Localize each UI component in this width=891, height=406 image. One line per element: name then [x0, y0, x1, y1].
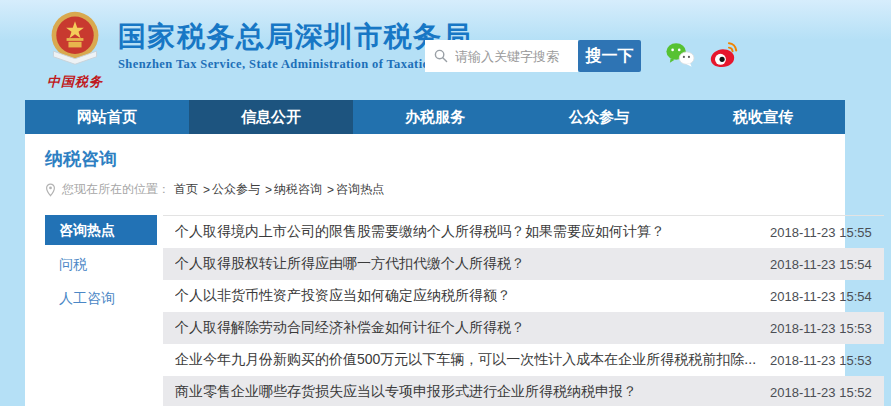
- page-title: 纳税咨询: [45, 147, 845, 171]
- search-input-wrap: [425, 40, 578, 72]
- list-item[interactable]: 个人取得境内上市公司的限售股需要缴纳个人所得税吗？如果需要应如何计算？ 2018…: [163, 216, 884, 248]
- site-title: 国家税务总局深圳市税务局: [118, 21, 472, 53]
- list-item[interactable]: 企业今年九月份新购买的价值500万元以下车辆，可以一次性计入成本在企业所得税税前…: [163, 344, 884, 376]
- breadcrumb-separator: >: [203, 183, 210, 197]
- breadcrumb-public-participation[interactable]: 公众参与: [212, 181, 260, 198]
- item-date: 2018-11-23 15:55: [770, 225, 872, 240]
- item-date: 2018-11-23 15:53: [770, 321, 872, 336]
- sidebar-item-hot-topics[interactable]: 咨询热点: [45, 215, 157, 245]
- breadcrumb-prefix: 您现在所在的位置：: [62, 181, 170, 198]
- search-icon: [434, 49, 448, 67]
- content-columns: 咨询热点 问税 人工咨询 个人取得境内上市公司的限售股需要缴纳个人所得税吗？如果…: [45, 215, 845, 406]
- social-links: [664, 40, 739, 73]
- breadcrumb-tax-consult[interactable]: 纳税咨询: [274, 181, 322, 198]
- list-item[interactable]: 个人取得股权转让所得应由哪一方代扣代缴个人所得税？ 2018-11-23 15:…: [163, 248, 884, 280]
- weibo-icon[interactable]: [706, 40, 739, 73]
- list-item[interactable]: 商业零售企业哪些存货损失应当以专项申报形式进行企业所得税纳税申报？ 2018-1…: [163, 376, 884, 406]
- question-link[interactable]: 个人取得解除劳动合同经济补偿金如何计征个人所得税？: [175, 319, 756, 337]
- breadcrumb-separator: >: [327, 183, 334, 197]
- breadcrumb-hot-topics[interactable]: 咨询热点: [336, 181, 384, 198]
- content-panel: 纳税咨询 您现在所在的位置： 首页 > 公众参与 > 纳税咨询 > 咨询热点 咨…: [25, 134, 845, 406]
- question-link[interactable]: 个人取得股权转让所得应由哪一方代扣代缴个人所得税？: [175, 255, 756, 273]
- question-link[interactable]: 个人取得境内上市公司的限售股需要缴纳个人所得税吗？如果需要应如何计算？: [175, 223, 756, 241]
- breadcrumb: 您现在所在的位置： 首页 > 公众参与 > 纳税咨询 > 咨询热点: [45, 181, 845, 198]
- sidebar: 咨询热点 问税 人工咨询: [45, 215, 157, 406]
- question-link[interactable]: 商业零售企业哪些存货损失应当以专项申报形式进行企业所得税纳税申报？: [175, 383, 756, 401]
- item-date: 2018-11-23 15:54: [770, 289, 872, 304]
- logo-seal-text: 中国税务: [38, 73, 112, 91]
- nav-item-home[interactable]: 网站首页: [25, 100, 189, 134]
- sidebar-item-ask-tax[interactable]: 问税: [45, 249, 157, 279]
- question-list: 个人取得境内上市公司的限售股需要缴纳个人所得税吗？如果需要应如何计算？ 2018…: [163, 215, 884, 406]
- item-date: 2018-11-23 15:53: [770, 353, 872, 368]
- item-date: 2018-11-23 15:52: [770, 385, 872, 400]
- breadcrumb-home[interactable]: 首页: [174, 181, 198, 198]
- search-bar: 搜一下: [425, 40, 641, 72]
- main-nav: 网站首页 信息公开 办税服务 公众参与 税收宣传: [25, 100, 845, 134]
- question-link[interactable]: 企业今年九月份新购买的价值500万元以下车辆，可以一次性计入成本在企业所得税税前…: [175, 351, 756, 369]
- list-item[interactable]: 个人以非货币性资产投资应当如何确定应纳税所得额？ 2018-11-23 15:5…: [163, 280, 884, 312]
- list-item[interactable]: 个人取得解除劳动合同经济补偿金如何计征个人所得税？ 2018-11-23 15:…: [163, 312, 884, 344]
- wechat-icon[interactable]: [664, 41, 696, 73]
- question-link[interactable]: 个人以非货币性资产投资应当如何确定应纳税所得额？: [175, 287, 756, 305]
- nav-item-info-disclosure[interactable]: 信息公开: [189, 100, 353, 134]
- site-header: 中国税务 国家税务总局深圳市税务局 Shenzhen Tax Service, …: [0, 0, 891, 100]
- site-logo[interactable]: 中国税务: [38, 10, 112, 91]
- nav-item-tax-services[interactable]: 办税服务: [353, 100, 517, 134]
- taxbureau-webpage: 中国税务 国家税务总局深圳市税务局 Shenzhen Tax Service, …: [0, 0, 891, 406]
- sidebar-item-manual-consult[interactable]: 人工咨询: [45, 283, 157, 313]
- location-pin-icon: [45, 183, 56, 197]
- nav-item-tax-publicity[interactable]: 税收宣传: [681, 100, 845, 134]
- site-subtitle: Shenzhen Tax Service, State Administrati…: [118, 57, 472, 72]
- item-date: 2018-11-23 15:54: [770, 257, 872, 272]
- breadcrumb-separator: >: [265, 183, 272, 197]
- national-emblem-icon: [45, 54, 105, 71]
- site-title-block: 国家税务总局深圳市税务局 Shenzhen Tax Service, State…: [118, 21, 472, 72]
- search-button[interactable]: 搜一下: [578, 40, 641, 72]
- nav-item-public-participation[interactable]: 公众参与: [517, 100, 681, 134]
